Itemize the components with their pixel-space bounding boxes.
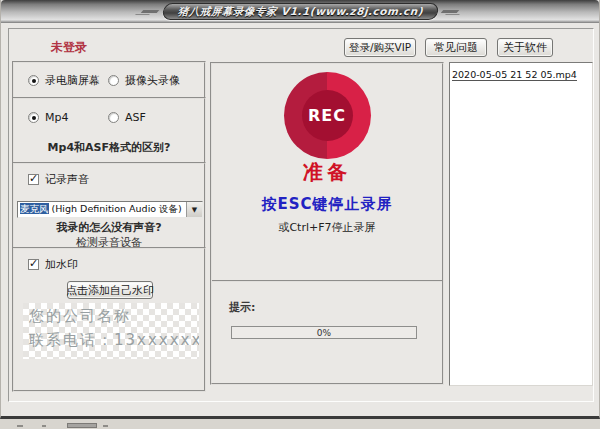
login-buy-vip-button[interactable]: 登录/购买VIP [344,38,416,57]
radio-label: Mp4 [45,111,68,124]
radio-record-camera[interactable]: 摄像头录像 [108,73,180,88]
radio-label: 录电脑屏幕 [45,73,100,88]
rec-inner-circle: REC [302,90,353,141]
title-decor-right-icon [441,10,460,13]
audio-group: 记录声音 麦克风 (High Definition Audio 设备) ▼ 我录… [12,162,206,249]
radio-format-mp4[interactable]: Mp4 [28,111,68,124]
radio-checked-icon [28,75,39,86]
titlebar[interactable]: 猪八戒屏幕录像专家 V1.1(www.z8j.com.cn) [1,0,599,23]
title-pill: 猪八戒屏幕录像专家 V1.1(www.z8j.com.cn) [161,3,438,20]
radio-label: ASF [125,111,146,124]
audio-device-value: 麦克风 (High Definition Audio 设备) [18,203,186,216]
radio-checked-icon [28,112,39,123]
taskbar-fragment [42,425,46,427]
desktop-fragment [0,419,600,429]
radio-icon [108,112,119,123]
progress-bar: 0% [231,326,417,339]
radio-record-screen[interactable]: 录电脑屏幕 [28,73,100,88]
login-status-label: 未登录 [51,39,87,56]
esc-stop-hint: 按ESC键停止录屏 [212,195,442,214]
progress-value: 0% [317,328,331,338]
watermark-company-line: 您的公司名称 [29,307,193,326]
radio-icon [108,75,119,86]
recording-status-label: 准备 [212,159,442,186]
ctrl-stop-hint: 或Ctrl+F7停止录屏 [212,220,442,235]
checkbox-record-sound[interactable]: 记录声音 [28,172,89,187]
radio-label: 摄像头录像 [125,73,180,88]
tip-section: 提示: 0% [212,280,442,387]
record-source-group: 录电脑屏幕 摄像头录像 [12,61,206,99]
checkbox-checked-icon [28,174,39,185]
recording-panel: REC 准备 按ESC键停止录屏 或Ctrl+F7停止录屏 提示: 0% [210,62,444,385]
checkbox-label: 加水印 [45,257,78,272]
about-button[interactable]: 关于软件 [497,38,553,57]
audio-device-rest-text: (High Definition Audio 设备) [49,203,182,214]
rec-button[interactable]: REC [284,72,371,159]
watermark-preview: 您的公司名称 联系电话：13xxxxxx8 [23,303,199,359]
rec-button-wrap: REC [212,72,442,159]
recorded-files-list[interactable]: 2020-05-05 21 52 05.mp4 [449,62,593,386]
app-window: 猪八戒屏幕录像专家 V1.1(www.z8j.com.cn) 未登录 登录/购买… [0,0,600,419]
faq-button[interactable]: 常见问题 [425,38,487,57]
taskbar-fragment [17,425,23,427]
radio-format-asf[interactable]: ASF [108,111,146,124]
watermark-phone-line: 联系电话：13xxxxxx8 [29,331,193,350]
rec-icon: REC [308,106,346,125]
no-sound-help-link[interactable]: 我录的怎么没有声音? [14,220,204,235]
checkbox-label: 记录声音 [45,172,89,187]
app-logo: 猪八戒屏幕录像专家 V1.1(www.z8j.com.cn) [142,3,459,20]
watermark-group: 加水印 点击添加自己水印 您的公司名称 联系电话：13xxxxxx8 [12,247,206,392]
checkbox-add-watermark[interactable]: 加水印 [28,257,78,272]
format-difference-link[interactable]: Mp4和ASF格式的区别? [14,140,204,155]
app-title: 猪八戒屏幕录像专家 V1.1(www.z8j.com.cn) [177,4,423,18]
taskbar-fragment [103,425,108,427]
list-item[interactable]: 2020-05-05 21 52 05.mp4 [452,69,577,81]
checkbox-checked-icon [28,259,39,270]
taskbar-fragment [67,423,97,428]
tip-label: 提示: [229,300,255,315]
add-watermark-button[interactable]: 点击添加自己水印 [67,281,153,299]
format-group: Mp4 ASF Mp4和ASF格式的区别? [12,97,206,164]
audio-device-selected-text: 麦克风 [20,203,49,214]
audio-device-select[interactable]: 麦克风 (High Definition Audio 设备) ▼ [17,201,203,218]
title-decor-left-icon [140,10,159,13]
chevron-down-icon[interactable]: ▼ [186,202,202,217]
